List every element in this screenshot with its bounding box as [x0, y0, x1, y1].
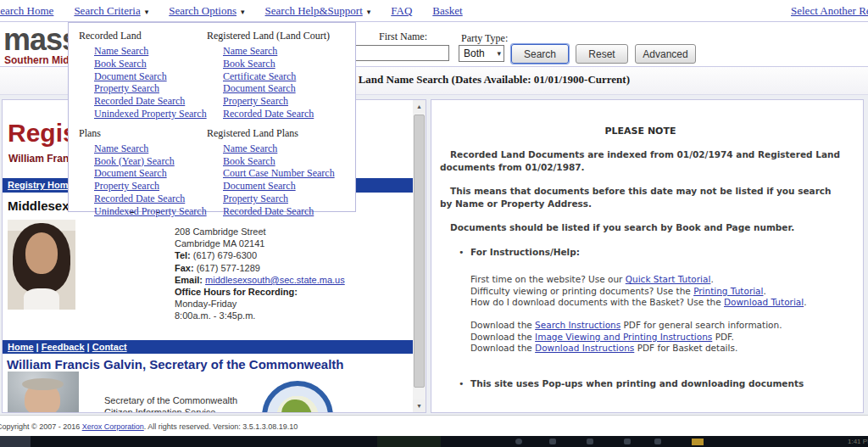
note-bullet: •This site uses Pop-ups when printing an… — [440, 378, 841, 414]
note-text: . — [804, 297, 806, 307]
email-link[interactable]: middlesexsouth@sec.state.ma.us — [205, 275, 345, 285]
dropdown-link-registered-land-land-court-certificate-search[interactable]: Certificate Search — [223, 70, 355, 83]
dropdown-link-registered-land-land-court-recorded-date-search[interactable]: Recorded Date Search — [223, 108, 355, 120]
advanced-button[interactable]: Advanced — [635, 44, 696, 64]
inline-link-quick-start-tutorial[interactable]: Quick Start Tutorial — [626, 274, 711, 284]
dropdown-link-registered-land-land-court-property-search[interactable]: Property Search — [223, 95, 355, 108]
dropdown-link-plans-name-search[interactable]: Name Search — [94, 142, 207, 155]
dropdown-section-registered-land-land-court: Registered Land (Land Court)Name SearchB… — [207, 23, 355, 120]
dropdown-section-plans: PlansName SearchBook (Year) SearchDocume… — [69, 120, 207, 218]
dropdown-link-registered-land-plans-name-search[interactable]: Name Search — [223, 142, 355, 155]
nav-link-search-options[interactable]: Search Options — [169, 4, 236, 17]
dropdown-link-plans-unindexed-property-search[interactable]: Unindexed Property Search — [94, 205, 207, 218]
inline-link-search-instructions[interactable]: Search Instructions — [535, 320, 620, 330]
nav-link-faq[interactable]: FAQ — [391, 4, 412, 17]
select-another-registry-link[interactable]: Select Another Registry — [791, 4, 868, 18]
dropdown-link-plans-document-search[interactable]: Document Search — [94, 167, 207, 180]
taskbar-app-area — [377, 436, 441, 447]
dropdown-link-registered-land-land-court-book-search[interactable]: Book Search — [223, 58, 355, 70]
inline-link-download-tutorial[interactable]: Download Tutorial — [724, 297, 804, 307]
scrollbar-thumb[interactable] — [414, 115, 425, 388]
note-bullets: •For Instructions/Help:First time on the… — [440, 247, 841, 413]
nav-link-search-home[interactable]: Search Home — [0, 4, 53, 17]
reset-button[interactable]: Reset — [576, 44, 628, 64]
address-line: Cambridge MA 02141 — [175, 237, 345, 249]
nav-link-basket[interactable]: Basket — [432, 4, 462, 17]
inline-link-printing-tutorial[interactable]: Printing Tutorial — [693, 286, 763, 296]
dropdown-link-registered-land-plans-property-search[interactable]: Property Search — [223, 193, 355, 205]
nav-link-search-criteria[interactable]: Search Criteria — [74, 4, 140, 17]
dropdown-link-recorded-land-name-search[interactable]: Name Search — [94, 45, 207, 58]
note-text: Download the — [470, 320, 535, 330]
dropdown-link-recorded-land-property-search[interactable]: Property Search — [94, 82, 207, 95]
dropdown-link-registered-land-land-court-name-search[interactable]: Name Search — [223, 45, 355, 58]
caret-down-icon: ▾ — [497, 49, 501, 58]
note-paragraph: Recorded Land Documents are indexed from… — [440, 148, 841, 174]
scroll-down-icon[interactable]: ▼ — [413, 400, 426, 412]
taskbar-icon[interactable] — [654, 439, 661, 444]
hours-label-line: Office Hours for Recording: — [175, 286, 345, 298]
note-text: . — [763, 286, 765, 296]
phone-line: Tel: (617) 679-6300 — [175, 249, 345, 261]
note-text: . — [710, 274, 713, 284]
note-line: Download the Search Instructions PDF for… — [470, 320, 841, 332]
bullet-icon: • — [459, 247, 465, 258]
note-bullet: •For Instructions/Help:First time on the… — [440, 247, 841, 355]
hours-line: 8:00a.m. - 3:45p.m. — [175, 310, 345, 321]
dropdown-link-recorded-land-unindexed-property-search[interactable]: Unindexed Property Search — [94, 108, 207, 120]
taskbar-notification-icon[interactable] — [692, 439, 704, 445]
taskbar[interactable]: 1:41 PM — [0, 436, 868, 447]
secretary-caption: Secretary of the Commonwealth Citizen In… — [104, 394, 237, 413]
dropdown-link-recorded-land-recorded-date-search[interactable]: Recorded Date Search — [94, 95, 207, 108]
top-nav-items: Search HomeSearch Criteria▾Search Option… — [0, 4, 483, 18]
dropdown-section-title: Recorded Land — [79, 30, 207, 42]
registry-home-link[interactable]: Registry Home — [8, 180, 74, 190]
dropdown-link-plans-property-search[interactable]: Property Search — [94, 180, 207, 193]
dropdown-section-title: Registered Land Plans — [207, 127, 355, 140]
note-text: PDF for Basket details. — [634, 343, 737, 353]
scroll-up-icon[interactable]: ▲ — [413, 100, 426, 113]
note-line: Download the Download Instructions PDF f… — [470, 343, 841, 355]
nav-item-search-help-support: Search Help&Support▾ — [265, 4, 371, 17]
bottom-bar-link-feedback[interactable]: Feedback — [42, 342, 85, 352]
note-text: Download the — [470, 343, 535, 353]
dropdown-link-registered-land-plans-recorded-date-search[interactable]: Recorded Date Search — [223, 205, 355, 218]
dropdown-link-plans-recorded-date-search[interactable]: Recorded Date Search — [94, 193, 207, 205]
dropdown-link-registered-land-plans-document-search[interactable]: Document Search — [223, 180, 355, 193]
copyright-suffix: . All rights reserved. Version: 3.5.1.3.… — [144, 422, 298, 431]
bottom-bar-link-contact[interactable]: Contact — [92, 342, 127, 352]
bottom-nav-bar: Home | Feedback | Contact — [3, 340, 413, 354]
left-panel-scrollbar[interactable]: ▲ ▼ — [413, 100, 426, 412]
dropdown-link-registered-land-land-court-document-search[interactable]: Document Search — [223, 82, 355, 95]
xerox-link[interactable]: Xerox Corporation — [82, 422, 144, 431]
nav-link-search-help-support[interactable]: Search Help&Support — [265, 4, 363, 17]
note-paragraphs: Recorded Land Documents are indexed from… — [440, 148, 841, 234]
taskbar-icon[interactable] — [624, 439, 631, 444]
note-paragraph: Documents should be listed if you search… — [440, 221, 841, 234]
search-button[interactable]: Search — [511, 44, 569, 64]
please-note-panel: PLEASE NOTE Recorded Land Documents are … — [431, 99, 864, 413]
taskbar-icon[interactable] — [587, 439, 593, 444]
dropdown-col-2: Registered Land (Land Court)Name SearchB… — [207, 23, 355, 218]
bottom-bar-link-home[interactable]: Home — [8, 342, 34, 352]
dropdown-link-recorded-land-book-search[interactable]: Book Search — [94, 58, 207, 70]
dropdown-link-recorded-land-document-search[interactable]: Document Search — [94, 70, 207, 83]
dropdown-section-title: Registered Land (Land Court) — [207, 30, 355, 42]
note-bullet-label: This site uses Pop-ups when printing and… — [470, 378, 841, 388]
dropdown-section-recorded-land: Recorded LandName SearchBook SearchDocum… — [69, 23, 207, 120]
party-type-label: Party Type: — [461, 32, 508, 45]
party-type-select[interactable]: Both ▾ — [459, 45, 504, 62]
note-line — [470, 309, 841, 321]
inline-link-image-viewing-and-printing-instructions[interactable]: Image Viewing and Printing Instructions — [535, 332, 712, 342]
dropdown-link-registered-land-plans-book-search[interactable]: Book Search — [223, 155, 355, 168]
bullet-icon: • — [459, 378, 465, 389]
screen: Search HomeSearch Criteria▾Search Option… — [0, 0, 868, 447]
hours-line: Monday-Friday — [175, 298, 345, 310]
dropdown-link-plans-book-year-search[interactable]: Book (Year) Search — [94, 155, 207, 168]
start-button-area[interactable] — [0, 436, 31, 447]
inline-link-download-instructions[interactable]: Download Instructions — [535, 343, 634, 353]
taskbar-icon[interactable] — [549, 439, 556, 444]
taskbar-search-icon[interactable] — [515, 439, 522, 444]
dropdown-link-registered-land-plans-court-case-number-search[interactable]: Court Case Number Search — [223, 167, 355, 180]
inline-link-test-pop-ups[interactable]: Test Pop-ups — [470, 411, 526, 414]
